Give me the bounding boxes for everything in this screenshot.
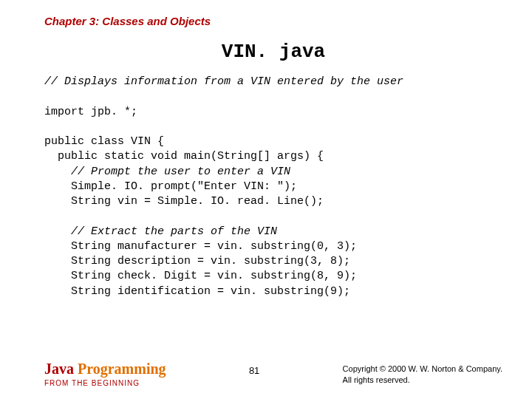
page-number: 81 bbox=[249, 365, 259, 376]
code-line: public class VIN { bbox=[44, 135, 164, 148]
code-line: Simple. IO. prompt("Enter VIN: "); bbox=[44, 180, 297, 193]
brand-title: Java Programming bbox=[44, 361, 166, 378]
chapter-heading: Chapter 3: Classes and Objects bbox=[44, 15, 502, 27]
code-line: // Displays information from a VIN enter… bbox=[44, 75, 403, 88]
code-block: // Displays information from a VIN enter… bbox=[44, 75, 502, 299]
code-line: String identification = vin. substring(9… bbox=[44, 285, 350, 298]
brand-word-programming: Programming bbox=[78, 361, 166, 377]
code-line: // Prompt the user to enter a VIN bbox=[44, 166, 290, 178]
code-line: import jpb. *; bbox=[44, 106, 137, 118]
code-line: public static void main(String[] args) { bbox=[44, 150, 324, 163]
brand-word-java: Java bbox=[44, 361, 78, 377]
code-line: String check. Digit = vin. substring(8, … bbox=[44, 270, 357, 282]
copyright-line: All rights reserved. bbox=[343, 375, 502, 386]
copyright-line: Copyright © 2000 W. W. Norton & Company. bbox=[343, 364, 502, 375]
footer: Java Programming FROM THE BEGINNING 81 C… bbox=[0, 361, 532, 387]
copyright: Copyright © 2000 W. W. Norton & Company.… bbox=[343, 364, 502, 386]
slide-title: VIN. java bbox=[44, 41, 502, 63]
brand-block: Java Programming FROM THE BEGINNING bbox=[44, 361, 166, 387]
code-line: // Extract the parts of the VIN bbox=[44, 225, 277, 238]
code-line: String manufacturer = vin. substring(0, … bbox=[44, 240, 357, 253]
brand-subtitle: FROM THE BEGINNING bbox=[44, 379, 166, 387]
code-line: String description = vin. substring(3, 8… bbox=[44, 255, 350, 267]
code-line: String vin = Simple. IO. read. Line(); bbox=[44, 195, 324, 208]
